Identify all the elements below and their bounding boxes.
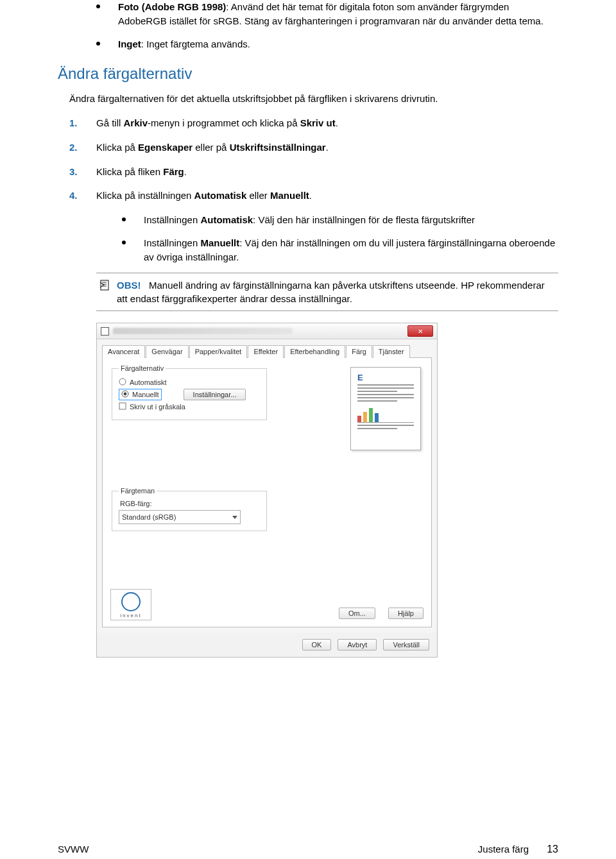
sub-bullet-auto: Inställningen Automatisk: Välj den här i… <box>122 213 558 227</box>
chevron-down-icon <box>232 516 237 519</box>
tab-advanced[interactable]: Avancerat <box>102 345 145 358</box>
radio-icon <box>119 378 126 387</box>
preview-letter: E <box>357 373 414 382</box>
note-icon <box>99 278 117 305</box>
tab-strip: Avancerat Genvägar Papper/kvalitet Effek… <box>102 344 432 358</box>
preview-pane: E <box>350 367 421 450</box>
checkbox-grayscale-label: Skriv ut i gråskala <box>130 403 185 411</box>
group-color-themes: Färgteman RGB-färg: Standard (sRGB) <box>112 487 267 531</box>
bullet-bold: Foto (Adobe RGB 1998) <box>118 1 226 12</box>
apply-button[interactable]: Verkställ <box>383 639 429 651</box>
bullet-text: : Inget färgtema används. <box>141 38 250 49</box>
bullet-icon <box>96 42 100 46</box>
step-1: 1. Gå till Arkiv-menyn i programmet och … <box>58 116 558 130</box>
bullet-icon <box>122 241 126 244</box>
radio-automatic-row[interactable]: Automatiskt <box>119 378 260 387</box>
preview-chart <box>357 405 414 423</box>
bullet-icon <box>96 4 100 8</box>
radio-manual-row[interactable]: Manuellt <box>119 389 162 400</box>
hp-logo: invent <box>110 589 151 620</box>
step-number: 3. <box>69 165 96 179</box>
dialog-screenshot: ✕ Avancerat Genvägar Papper/kvalitet Eff… <box>96 323 558 658</box>
bullet-bold: Inget <box>118 38 141 49</box>
footer-left: SVWW <box>58 844 89 855</box>
settings-button[interactable]: Inställningar... <box>184 389 246 400</box>
bullet-icon <box>122 217 126 221</box>
page-footer: SVWW Justera färg 13 <box>0 844 616 855</box>
sub-bullet-manual: Inställningen Manuellt: Väj den här inst… <box>122 236 558 264</box>
about-button[interactable]: Om... <box>339 608 375 619</box>
tab-paper-quality[interactable]: Papper/kvalitet <box>189 345 248 358</box>
tab-effects[interactable]: Effekter <box>248 345 284 358</box>
note-text: Manuell ändring av färginställningarna k… <box>117 280 545 304</box>
tab-services[interactable]: Tjänster <box>373 345 410 358</box>
dialog-footer: OK Avbryt Verkställ <box>97 633 437 657</box>
dialog-titlebar: ✕ <box>97 323 437 339</box>
svg-rect-7 <box>119 403 126 409</box>
intro-paragraph: Ändra färgalternativen för det aktuella … <box>58 92 558 106</box>
step-number: 1. <box>69 116 96 130</box>
tab-shortcuts[interactable]: Genvägar <box>146 345 188 358</box>
cancel-button[interactable]: Avbryt <box>338 639 377 651</box>
close-button[interactable]: ✕ <box>407 325 433 337</box>
step-3: 3. Klicka på fliken Färg. <box>58 165 558 179</box>
dialog-title-text <box>113 328 293 334</box>
step-number: 4. <box>69 189 96 203</box>
group-color-options: Färgalternativ Automatiskt Manuellt Inst <box>112 364 267 420</box>
hp-logo-text: invent <box>115 613 147 618</box>
tab-color[interactable]: Färg <box>346 345 372 358</box>
section-heading: Ändra färgalternativ <box>58 65 558 83</box>
rgb-label: RGB-färg: <box>120 500 260 507</box>
printer-icon <box>101 327 109 336</box>
svg-point-6 <box>124 393 127 396</box>
help-button[interactable]: Hjälp <box>388 608 424 619</box>
note-box: OBS! Manuell ändring av färginställninga… <box>96 273 558 311</box>
radio-automatic-label: Automatiskt <box>130 378 166 386</box>
step-number: 2. <box>69 140 96 155</box>
svg-rect-0 <box>101 280 108 290</box>
checkbox-grayscale-row[interactable]: Skriv ut i gråskala <box>119 402 260 411</box>
tab-finishing[interactable]: Efterbehandling <box>284 345 345 358</box>
footer-right: Justera färg <box>478 844 529 855</box>
radio-manual-label: Manuellt <box>132 391 159 398</box>
checkbox-icon <box>119 402 126 411</box>
svg-point-4 <box>119 378 126 385</box>
bullet-inget: Inget: Inget färgtema används. <box>96 37 558 51</box>
rgb-select[interactable]: Standard (sRGB) <box>119 510 241 524</box>
hp-logo-icon <box>121 592 141 611</box>
group-title: Färgteman <box>119 487 157 495</box>
group-title: Färgalternativ <box>119 364 166 372</box>
step-4: 4. Klicka på inställningen Automatisk el… <box>58 189 558 203</box>
ok-button[interactable]: OK <box>302 639 332 651</box>
step-2: 2. Klicka på Egenskaper eller på Utskrif… <box>58 140 558 155</box>
bullet-foto-adobe: Foto (Adobe RGB 1998): Använd det här te… <box>96 0 558 28</box>
rgb-select-value: Standard (sRGB) <box>122 513 176 521</box>
radio-icon <box>121 390 129 399</box>
page-number: 13 <box>547 844 558 855</box>
note-label: OBS! <box>117 280 141 291</box>
